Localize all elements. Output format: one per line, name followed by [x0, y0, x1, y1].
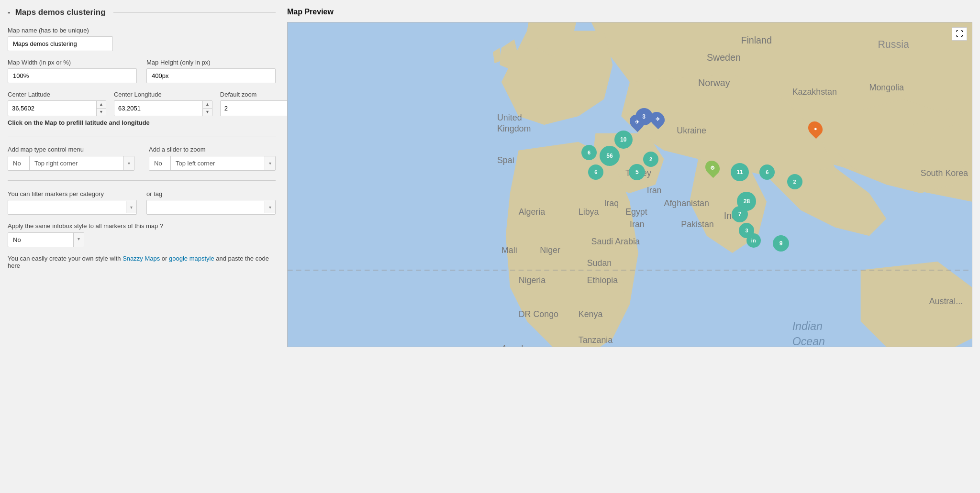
filter-category-arrow-icon[interactable]: ▾	[126, 201, 136, 213]
center-lng-spinner: ▲ ▼	[114, 100, 212, 116]
divider-2	[8, 180, 276, 181]
center-lat-up[interactable]: ▲	[97, 101, 106, 109]
slider-zoom-no-value: No	[149, 156, 171, 170]
footer-text-before: You can easily create your own style wit…	[8, 255, 122, 262]
center-lng-down[interactable]: ▼	[203, 109, 212, 116]
center-lng-input[interactable]	[114, 101, 202, 115]
dimension-fields: Map Width (in px or %) Map Height (only …	[8, 59, 276, 83]
infobox-select[interactable]: No ▾	[8, 232, 84, 247]
filter-tag-label: or tag	[146, 190, 276, 197]
infobox-value: No	[8, 233, 73, 247]
map-type-control-group: Add map type control menu No Top right c…	[8, 146, 134, 171]
cluster-marker[interactable]: 7	[732, 206, 748, 222]
lat-lng-zoom-row: Center Latitude ▲ ▼ Center Longitude ▲ ▼	[8, 91, 276, 116]
footer-text-mid: or	[160, 255, 169, 262]
map-type-position-value: Top right corner	[30, 156, 123, 170]
click-hint: Click on the Map to prefill latitude and…	[8, 119, 276, 126]
cluster-marker[interactable]: in	[746, 233, 761, 248]
map-height-input[interactable]	[146, 68, 276, 83]
cluster-marker[interactable]: 10	[614, 131, 633, 149]
center-lat-spinner: ▲ ▼	[8, 100, 106, 116]
map-type-no-value: No	[8, 156, 30, 170]
snazzy-maps-link[interactable]: Snazzy Maps	[122, 255, 160, 262]
left-panel: Maps demos clustering Map name (has to b…	[8, 8, 276, 485]
map-height-group: Map Height (only in px)	[146, 59, 276, 83]
control-row: Add map type control menu No Top right c…	[8, 146, 276, 171]
center-lat-down[interactable]: ▼	[97, 109, 106, 116]
cluster-marker[interactable]: 56	[600, 146, 620, 166]
pin-marker[interactable]: ✈	[630, 114, 644, 130]
infobox-label: Apply the same infobox style to all mark…	[8, 222, 276, 230]
cluster-marker[interactable]: 6	[588, 164, 603, 180]
filter-tag-arrow-icon[interactable]: ▾	[265, 201, 275, 213]
map-width-label: Map Width (in px or %)	[8, 59, 137, 66]
divider-1	[8, 136, 276, 136]
slider-zoom-control-group: Add a slider to zoom No Top left corner …	[149, 146, 276, 171]
filter-category-input[interactable]	[8, 200, 126, 214]
pin-marker[interactable]: ●	[809, 121, 822, 136]
map-name-input[interactable]	[8, 36, 113, 51]
map-type-label: Add map type control menu	[8, 146, 134, 153]
infobox-arrow-icon[interactable]: ▾	[73, 233, 84, 247]
cluster-marker[interactable]: 2	[643, 152, 658, 167]
fullscreen-icon: ⛶	[956, 30, 963, 38]
map-width-group: Map Width (in px or %)	[8, 59, 137, 83]
center-lat-input[interactable]	[8, 101, 96, 115]
map-preview-title: Map Preview	[287, 8, 972, 16]
cluster-marker[interactable]: 5	[629, 164, 645, 180]
infobox-group: Apply the same infobox style to all mark…	[8, 222, 276, 247]
center-lat-group: Center Latitude ▲ ▼	[8, 91, 106, 116]
map-height-label: Map Height (only in px)	[146, 59, 276, 66]
slider-zoom-arrow-icon[interactable]: ▾	[265, 156, 275, 170]
cluster-marker[interactable]: 2	[787, 174, 802, 189]
right-panel: Map Preview	[287, 8, 972, 485]
center-lng-label: Center Longitude	[114, 91, 212, 98]
filter-tag-input[interactable]	[147, 200, 265, 214]
cluster-marker[interactable]: 11	[731, 163, 749, 181]
map-type-arrow-icon[interactable]: ▾	[123, 156, 134, 170]
footer-text: You can easily create your own style wit…	[8, 255, 276, 269]
fullscreen-button[interactable]: ⛶	[952, 27, 967, 41]
slider-zoom-position-value: Top left corner	[171, 156, 265, 170]
map-width-input[interactable]	[8, 68, 137, 83]
cluster-marker[interactable]: 6	[759, 164, 775, 180]
filter-tag-group: or tag ▾	[146, 190, 276, 215]
center-lat-label: Center Latitude	[8, 91, 106, 98]
filter-tag-wrap: ▾	[146, 200, 276, 215]
map-container[interactable]: Finland Sweden Norway Russia Ukraine Kaz…	[287, 22, 972, 347]
map-type-select[interactable]: No Top right corner ▾	[8, 156, 134, 171]
map-markers: 310566625116228739in✈✈⚙●	[288, 22, 972, 347]
filter-category-label: You can filter markers per category	[8, 190, 137, 197]
section-title: Maps demos clustering	[8, 8, 276, 17]
google-mapstyle-link[interactable]: google mapstyle	[169, 255, 214, 262]
center-lng-group: Center Longitude ▲ ▼	[114, 91, 212, 116]
filter-category-wrap: ▾	[8, 200, 137, 215]
slider-zoom-label: Add a slider to zoom	[149, 146, 276, 153]
cluster-marker[interactable]: 9	[773, 235, 789, 252]
pin-marker[interactable]: ⚙	[706, 160, 719, 175]
map-name-label: Map name (has to be unique)	[8, 27, 276, 34]
map-name-group: Map name (has to be unique)	[8, 27, 276, 51]
center-lng-up[interactable]: ▲	[203, 101, 212, 109]
cluster-marker[interactable]: 6	[581, 145, 597, 160]
filter-category-group: You can filter markers per category ▾	[8, 190, 137, 215]
slider-zoom-select[interactable]: No Top left corner ▾	[149, 156, 276, 171]
pin-marker[interactable]: ✈	[651, 111, 664, 127]
filter-row: You can filter markers per category ▾ or…	[8, 190, 276, 215]
